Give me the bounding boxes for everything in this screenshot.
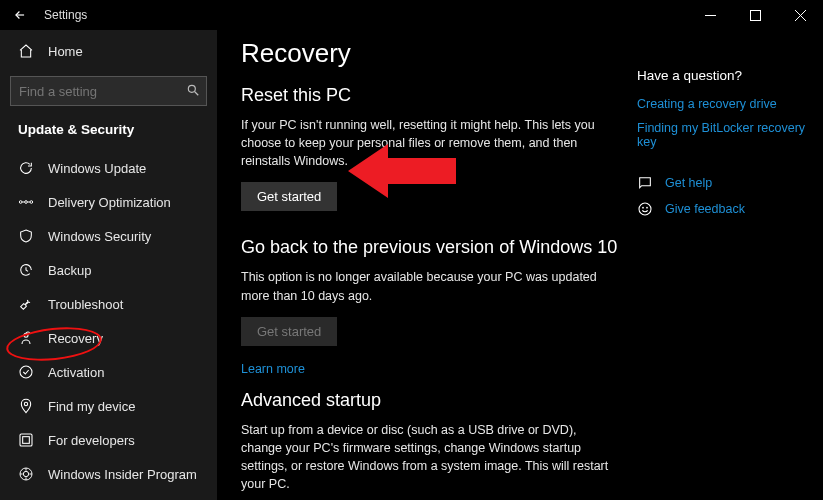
svg-point-14 [647, 207, 648, 208]
svg-point-2 [25, 201, 28, 204]
sidebar-item-recovery[interactable]: Recovery [0, 321, 217, 355]
maximize-icon [750, 10, 761, 21]
advanced-section-desc: Start up from a device or disc (such as … [241, 421, 621, 494]
troubleshoot-icon [18, 296, 34, 312]
window-title: Settings [40, 8, 87, 22]
svg-point-7 [24, 402, 27, 405]
sidebar-item-activation[interactable]: Activation [0, 355, 217, 389]
svg-point-4 [30, 201, 33, 204]
sidebar-item-windows-security[interactable]: Windows Security [0, 219, 217, 253]
have-a-question-title: Have a question? [637, 68, 823, 83]
minimize-button[interactable] [688, 0, 733, 30]
sidebar-item-label: Windows Security [48, 229, 217, 244]
sidebar-home[interactable]: Home [0, 34, 217, 68]
sidebar-item-windows-insider[interactable]: Windows Insider Program [0, 457, 217, 491]
give-feedback-row[interactable]: Give feedback [637, 201, 823, 217]
reset-section-desc: If your PC isn't running well, resetting… [241, 116, 621, 170]
sidebar-item-for-developers[interactable]: For developers [0, 423, 217, 457]
sidebar-item-label: Backup [48, 263, 217, 278]
recovery-icon [18, 330, 34, 346]
sidebar-item-label: Recovery [48, 331, 217, 346]
svg-point-11 [23, 471, 28, 476]
search-icon [185, 82, 201, 98]
reset-section-title: Reset this PC [241, 85, 621, 106]
get-help-link[interactable]: Get help [665, 176, 712, 190]
sidebar-item-label: Windows Update [48, 161, 217, 176]
search-input[interactable] [10, 76, 207, 106]
main-content: Recovery Reset this PC If your PC isn't … [217, 30, 823, 500]
sync-icon [18, 160, 34, 176]
svg-point-3 [19, 201, 22, 204]
sidebar-item-troubleshoot[interactable]: Troubleshoot [0, 287, 217, 321]
svg-rect-8 [20, 434, 32, 446]
give-feedback-link[interactable]: Give feedback [665, 202, 745, 216]
home-icon [18, 43, 34, 59]
close-button[interactable] [778, 0, 823, 30]
back-button[interactable] [0, 0, 40, 30]
svg-point-6 [20, 366, 32, 378]
sidebar-item-windows-update[interactable]: Windows Update [0, 151, 217, 185]
delivery-icon [18, 194, 34, 210]
activation-icon [18, 364, 34, 380]
sidebar-item-label: Troubleshoot [48, 297, 217, 312]
minimize-icon [705, 10, 716, 21]
arrow-left-icon [13, 8, 27, 22]
sidebar-item-label: For developers [48, 433, 217, 448]
sidebar-item-find-my-device[interactable]: Find my device [0, 389, 217, 423]
learn-more-link[interactable]: Learn more [241, 362, 621, 376]
svg-rect-9 [23, 437, 30, 444]
svg-point-12 [639, 203, 651, 215]
shield-icon [18, 228, 34, 244]
sidebar-item-label: Delivery Optimization [48, 195, 217, 210]
sidebar-item-label: Activation [48, 365, 217, 380]
goback-get-started-button: Get started [241, 317, 337, 346]
developers-icon [18, 432, 34, 448]
recovery-drive-link[interactable]: Creating a recovery drive [637, 97, 823, 111]
page-title: Recovery [241, 38, 621, 69]
sidebar-category-label: Update & Security [0, 116, 217, 151]
close-icon [795, 10, 806, 21]
get-help-row[interactable]: Get help [637, 175, 823, 191]
sidebar-item-label: Find my device [48, 399, 217, 414]
backup-icon [18, 262, 34, 278]
feedback-icon [637, 201, 653, 217]
sidebar-item-label: Windows Insider Program [48, 467, 217, 482]
location-icon [18, 398, 34, 414]
goback-section-title: Go back to the previous version of Windo… [241, 237, 621, 258]
svg-point-1 [188, 85, 195, 92]
bitlocker-key-link[interactable]: Finding my BitLocker recovery key [637, 121, 823, 149]
titlebar: Settings [0, 0, 823, 30]
svg-point-13 [643, 207, 644, 208]
svg-rect-0 [751, 10, 761, 20]
sidebar-home-label: Home [48, 44, 217, 59]
help-icon [637, 175, 653, 191]
search-wrap [10, 76, 207, 106]
sidebar-item-delivery-optimization[interactable]: Delivery Optimization [0, 185, 217, 219]
reset-get-started-button[interactable]: Get started [241, 182, 337, 211]
insider-icon [18, 466, 34, 482]
sidebar-item-backup[interactable]: Backup [0, 253, 217, 287]
advanced-section-title: Advanced startup [241, 390, 621, 411]
maximize-button[interactable] [733, 0, 778, 30]
sidebar: Home Update & Security Windows Update De… [0, 30, 217, 500]
goback-section-desc: This option is no longer available becau… [241, 268, 621, 304]
right-column: Have a question? Creating a recovery dri… [637, 38, 823, 500]
